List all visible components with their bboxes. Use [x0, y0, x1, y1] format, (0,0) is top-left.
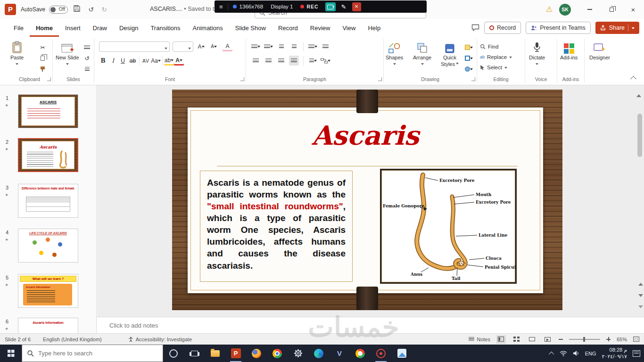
paste-button[interactable]: Paste — [10, 40, 24, 66]
autosave-toggle[interactable]: Off — [49, 6, 68, 14]
task-view-button[interactable] — [184, 345, 205, 362]
slide-3-thumbnail[interactable]: Difference between male and female — [18, 184, 78, 218]
camera-button[interactable] — [325, 2, 336, 11]
slide-4-thumbnail[interactable]: LIFE CYCLE OF ASCARIS — [18, 229, 78, 263]
tray-expand-chevron[interactable] — [549, 351, 554, 356]
slide-indicator[interactable]: Slide 2 of 6 — [5, 337, 31, 342]
slide-sorter-view-button[interactable] — [512, 335, 521, 344]
bold-button[interactable]: B — [98, 56, 108, 66]
minimize-button[interactable] — [579, 0, 601, 19]
record-button[interactable]: Record — [484, 22, 521, 34]
warning-icon[interactable]: ⚠ — [546, 5, 553, 14]
animation-star-icon[interactable]: ✦ — [5, 237, 8, 242]
shape-outline-button[interactable] — [464, 53, 474, 63]
numbering-button[interactable] — [264, 41, 273, 51]
decrease-indent-button[interactable] — [276, 41, 286, 51]
tab-design[interactable]: Design — [113, 19, 144, 37]
columns-button[interactable] — [308, 56, 318, 66]
undo-button[interactable]: ↺ — [86, 4, 96, 15]
format-painter-button[interactable] — [38, 64, 48, 74]
scroll-up-arrow[interactable] — [636, 86, 641, 97]
animation-star-icon[interactable]: ✦ — [5, 282, 8, 288]
clock[interactable]: 08:28 م ٢٠٢٤/٠٩/١٧ — [602, 347, 627, 360]
line-spacing-button[interactable] — [308, 41, 318, 51]
tab-slide-show[interactable]: Slide Show — [229, 19, 272, 37]
slide-1-thumbnail[interactable]: ASCARIS — [18, 94, 78, 128]
select-button[interactable]: Select — [477, 62, 525, 73]
settings-button[interactable] — [288, 345, 308, 362]
avatar[interactable]: SK — [559, 4, 571, 16]
close-button[interactable]: × — [622, 0, 644, 19]
scroll-down-arrow[interactable] — [638, 305, 643, 308]
notes-pane[interactable]: Click to add notes — [97, 317, 644, 333]
file-explorer-button[interactable] — [205, 345, 225, 362]
photos-button[interactable] — [391, 345, 412, 362]
action-center-icon[interactable] — [633, 350, 640, 357]
character-spacing-button[interactable]: AV — [141, 56, 151, 66]
tab-draw[interactable]: Draw — [87, 19, 113, 37]
next-slide-button[interactable] — [638, 294, 643, 297]
recording-indicator[interactable]: REC — [300, 4, 318, 9]
accessibility-checker[interactable]: Accessibility: Investigate — [128, 337, 192, 342]
share-button[interactable]: Share — [595, 22, 639, 34]
edge-button[interactable] — [308, 345, 329, 362]
shape-effects-button[interactable] — [464, 64, 474, 74]
recorder-menu-icon[interactable]: ≡ — [219, 3, 223, 10]
scrollbar-thumb[interactable] — [637, 114, 642, 157]
shapes-button[interactable]: Shapes — [386, 40, 403, 66]
increase-indent-button[interactable] — [289, 41, 299, 51]
tab-home[interactable]: Home — [30, 19, 59, 37]
text-highlight-button[interactable]: ab — [164, 56, 174, 66]
tab-transitions[interactable]: Transitions — [144, 19, 186, 37]
justify-button[interactable] — [289, 56, 299, 66]
comments-icon[interactable] — [471, 24, 479, 32]
align-left-button[interactable] — [251, 56, 261, 66]
animation-star-icon[interactable]: ✦ — [5, 326, 8, 331]
change-case-button[interactable]: Aa — [151, 56, 161, 66]
zoom-slider[interactable] — [569, 339, 600, 340]
increase-font-size-button[interactable]: A — [196, 41, 206, 51]
bullets-button[interactable] — [251, 41, 261, 51]
dictate-button[interactable]: Dictate — [529, 40, 545, 66]
powerpoint-taskbar-button[interactable]: P — [225, 345, 246, 362]
new-slide-button[interactable]: New Slide — [56, 40, 79, 66]
quick-styles-button[interactable]: Quick Styles — [439, 40, 460, 67]
slideshow-view-button[interactable] — [543, 335, 553, 344]
speaker-icon[interactable] — [573, 350, 579, 356]
align-right-button[interactable] — [276, 56, 286, 66]
addins-button[interactable]: Add-ins — [560, 40, 578, 60]
network-icon[interactable] — [560, 350, 567, 356]
tab-file[interactable]: File — [8, 19, 30, 37]
animation-star-icon[interactable]: ✦ — [5, 147, 8, 152]
italic-button[interactable]: I — [108, 56, 118, 66]
font-color-button[interactable]: A — [174, 56, 184, 66]
tab-view[interactable]: View — [336, 19, 362, 37]
slide-canvas[interactable]: Ascaris Ascaris is a nematode genus of p… — [172, 90, 562, 310]
animation-star-icon[interactable]: ✦ — [5, 192, 8, 197]
start-button[interactable] — [0, 345, 22, 362]
tab-animations[interactable]: Animations — [187, 19, 229, 37]
slide-title-textbox[interactable]: Ascaris — [188, 120, 543, 151]
tab-help[interactable]: Help — [362, 19, 387, 37]
convert-smartart-button[interactable] — [321, 56, 330, 66]
reading-view-button[interactable] — [528, 335, 537, 344]
font-name-combobox[interactable] — [99, 41, 170, 52]
tab-insert[interactable]: Insert — [59, 19, 87, 37]
collapse-ribbon-chevron[interactable] — [630, 76, 636, 82]
copy-button[interactable] — [38, 53, 48, 63]
firefox-button[interactable] — [246, 345, 267, 362]
language-indicator[interactable]: English (United Kingdom) — [43, 337, 102, 342]
taskbar-search[interactable] — [22, 345, 163, 362]
slide-2-thumbnail-selected[interactable]: Ascaris — [18, 138, 78, 172]
pencil-icon[interactable]: ✎ — [341, 3, 347, 10]
cortana-button[interactable] — [163, 345, 184, 362]
v-app-button[interactable]: V — [329, 345, 350, 362]
fit-to-window-button[interactable] — [633, 337, 639, 342]
align-center-button[interactable] — [264, 56, 273, 66]
text-direction-button[interactable] — [321, 41, 330, 51]
underline-button[interactable]: U — [118, 56, 128, 66]
font-size-combobox[interactable] — [173, 41, 193, 52]
replace-button[interactable]: ab Replace — [477, 52, 525, 62]
zoom-level[interactable]: 65% — [617, 337, 627, 342]
taskbar-search-input[interactable] — [38, 350, 147, 357]
